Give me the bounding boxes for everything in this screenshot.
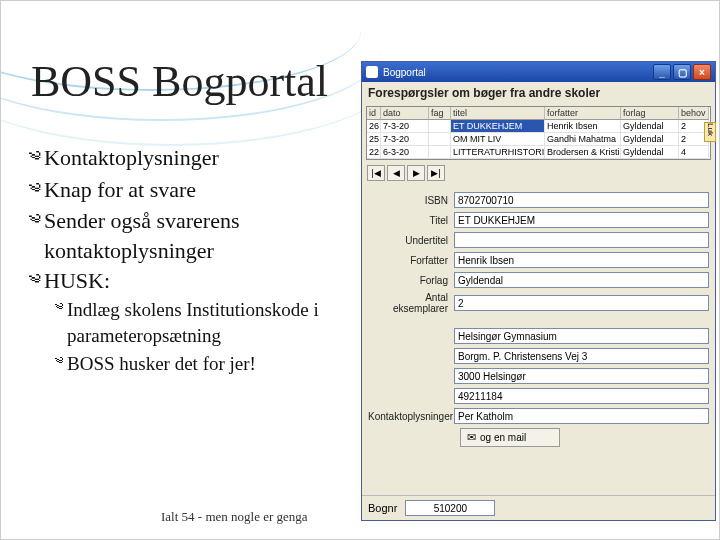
cell: Henrik Ibsen <box>545 120 621 133</box>
postnr-field[interactable] <box>454 368 709 384</box>
nav-first[interactable]: |◀ <box>367 165 385 181</box>
cell: 7-3-20 <box>381 133 429 146</box>
bullet-3: Sender også svarerens kontaktoplysninger <box>44 206 359 265</box>
kontakt-label: Kontaktoplysninger <box>368 411 454 422</box>
cell: Gyldendal <box>621 120 679 133</box>
col-dato[interactable]: dato <box>381 107 429 120</box>
bullet-icon: ༄ <box>29 175 40 205</box>
request-grid[interactable]: id dato fag titel forfatter forlag behov… <box>366 106 711 160</box>
cell <box>429 120 451 133</box>
cell: 22 <box>367 146 381 159</box>
adresse-field[interactable] <box>454 348 709 364</box>
maximize-button[interactable]: ▢ <box>673 64 691 80</box>
cell <box>429 133 451 146</box>
panel-heading: Forespørgsler om bøger fra andre skoler <box>362 82 715 104</box>
cell: Gandhi Mahatma <box>545 133 621 146</box>
nav-prev[interactable]: ◀ <box>387 165 405 181</box>
antal-label: Antal eksemplarer <box>368 292 454 314</box>
skole-field[interactable] <box>454 328 709 344</box>
bullet-icon: ༄ <box>29 206 40 265</box>
close-button[interactable]: × <box>693 64 711 80</box>
col-id[interactable]: id <box>367 107 381 120</box>
cell: 4 <box>679 146 709 159</box>
cell <box>429 146 451 159</box>
cell: ET DUKKEHJEM <box>451 120 545 133</box>
bullet-4: HUSK: <box>44 266 110 296</box>
subbullet-1: Indlæg skolens Institutionskode i parame… <box>67 297 359 348</box>
titel-label: Titel <box>368 215 454 226</box>
bullet-list: ༄Kontaktoplysninger ༄Knap for at svare ༄… <box>29 141 359 378</box>
kontakt-field[interactable] <box>454 408 709 424</box>
app-window: Bogportal _ ▢ × Luk Forespørgsler om bøg… <box>361 61 716 521</box>
cell: 26 <box>367 120 381 133</box>
undertitel-field[interactable] <box>454 232 709 248</box>
subbullet-2: BOSS husker det for jer! <box>67 351 256 377</box>
table-row[interactable]: 25 7-3-20 OM MIT LIV Gandhi Mahatma Gyld… <box>367 133 710 146</box>
col-fag[interactable]: fag <box>429 107 451 120</box>
bullet-icon: ༄ <box>55 297 63 348</box>
window-title: Bogportal <box>383 67 426 78</box>
bognr-field[interactable] <box>405 500 495 516</box>
table-row[interactable]: 26 7-3-20 ET DUKKEHJEM Henrik Ibsen Gyld… <box>367 120 710 133</box>
forlag-label: Forlag <box>368 275 454 286</box>
cell: 25 <box>367 133 381 146</box>
antal-field[interactable] <box>454 295 709 311</box>
col-forfatter[interactable]: forfatter <box>545 107 621 120</box>
cell: 7-3-20 <box>381 120 429 133</box>
slide-title: BOSS Bogportal <box>31 56 328 107</box>
cell: LITTERATURHISTORIE - NOTE <box>451 146 545 159</box>
titel-field[interactable] <box>454 212 709 228</box>
cell: 6-3-20 <box>381 146 429 159</box>
mail-button-label: og en mail <box>480 432 526 443</box>
table-row[interactable]: 22 6-3-20 LITTERATURHISTORIE - NOTE Brod… <box>367 146 710 159</box>
col-forlag[interactable]: forlag <box>621 107 679 120</box>
telefon-field[interactable] <box>454 388 709 404</box>
col-behov[interactable]: behov <box>679 107 709 120</box>
nav-next[interactable]: ▶ <box>407 165 425 181</box>
envelope-icon: ✉ <box>467 431 476 444</box>
cell: OM MIT LIV <box>451 133 545 146</box>
isbn-label: ISBN <box>368 195 454 206</box>
bullet-icon: ༄ <box>55 351 63 377</box>
send-mail-button[interactable]: ✉ og en mail <box>460 428 560 447</box>
bullet-icon: ༄ <box>29 266 40 296</box>
undertitel-label: Undertitel <box>368 235 454 246</box>
forfatter-label: Forfatter <box>368 255 454 266</box>
bottom-bar: Bognr <box>362 495 715 520</box>
app-icon <box>366 66 378 78</box>
isbn-field[interactable] <box>454 192 709 208</box>
detail-form: ISBN Titel Undertitel Forfatter Forlag A… <box>362 184 715 451</box>
titlebar[interactable]: Bogportal _ ▢ × <box>362 62 715 82</box>
slide-footer: Ialt 54 - men nogle er genga <box>161 509 308 525</box>
bullet-2: Knap for at svare <box>44 175 196 205</box>
minimize-button[interactable]: _ <box>653 64 671 80</box>
cell: Gyldendal <box>621 146 679 159</box>
cell: Brodersen & Kristiansen <box>545 146 621 159</box>
cell: Gyldendal <box>621 133 679 146</box>
bullet-icon: ༄ <box>29 143 40 173</box>
col-titel[interactable]: titel <box>451 107 545 120</box>
bullet-1: Kontaktoplysninger <box>44 143 219 173</box>
forlag-field[interactable] <box>454 272 709 288</box>
side-tab[interactable]: Luk <box>704 122 716 142</box>
bognr-label: Bognr <box>368 502 397 514</box>
record-nav: |◀ ◀ ▶ ▶| <box>362 162 715 184</box>
forfatter-field[interactable] <box>454 252 709 268</box>
nav-last[interactable]: ▶| <box>427 165 445 181</box>
